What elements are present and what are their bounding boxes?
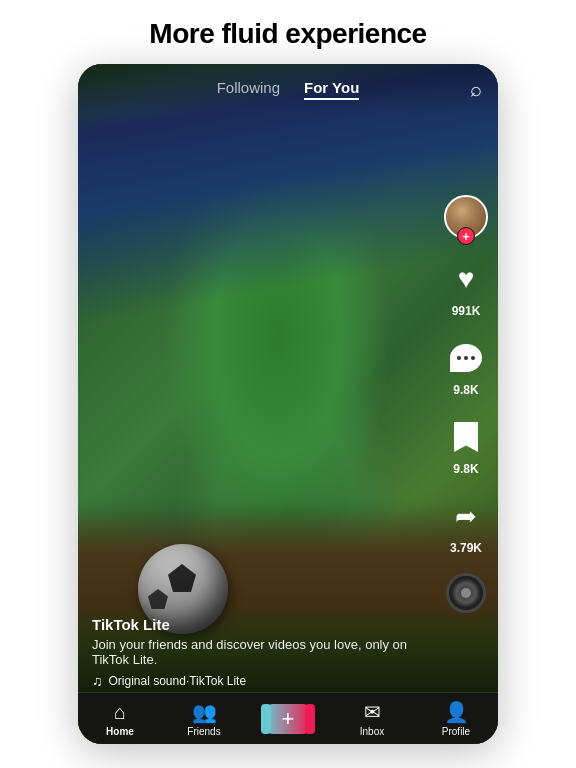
phone-frame: Following For You ⌕ + ♥ 991K: [78, 64, 498, 744]
profile-icon: 👤: [444, 700, 469, 724]
top-nav: Following For You ⌕: [78, 64, 498, 114]
share-icon: ➦: [444, 494, 488, 538]
tab-for-you[interactable]: For You: [304, 79, 359, 100]
music-text: Original sound·TikTok Lite: [109, 674, 247, 688]
bookmark-icon: [444, 415, 488, 459]
bookmark-count: 9.8K: [453, 462, 478, 476]
nav-profile[interactable]: 👤 Profile: [426, 700, 486, 737]
friends-label: Friends: [187, 726, 220, 737]
home-label: Home: [106, 726, 134, 737]
nav-inbox[interactable]: ✉ Inbox: [342, 700, 402, 737]
plus-icon: +: [282, 706, 295, 732]
comment-icon: [444, 336, 488, 380]
comment-button[interactable]: 9.8K: [444, 336, 488, 397]
creator-name[interactable]: TikTok Lite: [92, 616, 438, 633]
right-actions: + ♥ 991K 9.8K: [444, 195, 488, 613]
inbox-icon: ✉: [364, 700, 381, 724]
music-info[interactable]: ♫ Original sound·TikTok Lite: [92, 673, 438, 689]
bottom-info: TikTok Lite Join your friends and discov…: [92, 616, 438, 689]
follow-button[interactable]: +: [457, 227, 475, 245]
creator-avatar[interactable]: +: [444, 195, 488, 239]
music-note-icon: ♫: [92, 673, 103, 689]
music-disc[interactable]: [446, 573, 486, 613]
like-count: 991K: [452, 304, 481, 318]
video-description: Join your friends and discover videos yo…: [92, 637, 438, 667]
home-icon: ⌂: [114, 701, 126, 724]
tab-following[interactable]: Following: [217, 79, 280, 100]
profile-label: Profile: [442, 726, 470, 737]
music-disc-inner: [461, 588, 471, 598]
share-button[interactable]: ➦ 3.79K: [444, 494, 488, 555]
nav-home[interactable]: ⌂ Home: [90, 701, 150, 737]
nav-add[interactable]: +: [258, 704, 318, 734]
bottom-nav: ⌂ Home 👥 Friends + ✉ Inbox 👤 Profile: [78, 692, 498, 744]
nav-tabs: Following For You: [217, 79, 360, 100]
nav-friends[interactable]: 👥 Friends: [174, 700, 234, 737]
page-title: More fluid experience: [0, 0, 576, 64]
search-icon[interactable]: ⌕: [470, 78, 482, 101]
heart-icon: ♥: [444, 257, 488, 301]
friends-icon: 👥: [192, 700, 217, 724]
share-count: 3.79K: [450, 541, 482, 555]
bookmark-button[interactable]: 9.8K: [444, 415, 488, 476]
comment-count: 9.8K: [453, 383, 478, 397]
add-video-button[interactable]: +: [265, 704, 311, 734]
inbox-label: Inbox: [360, 726, 384, 737]
like-button[interactable]: ♥ 991K: [444, 257, 488, 318]
